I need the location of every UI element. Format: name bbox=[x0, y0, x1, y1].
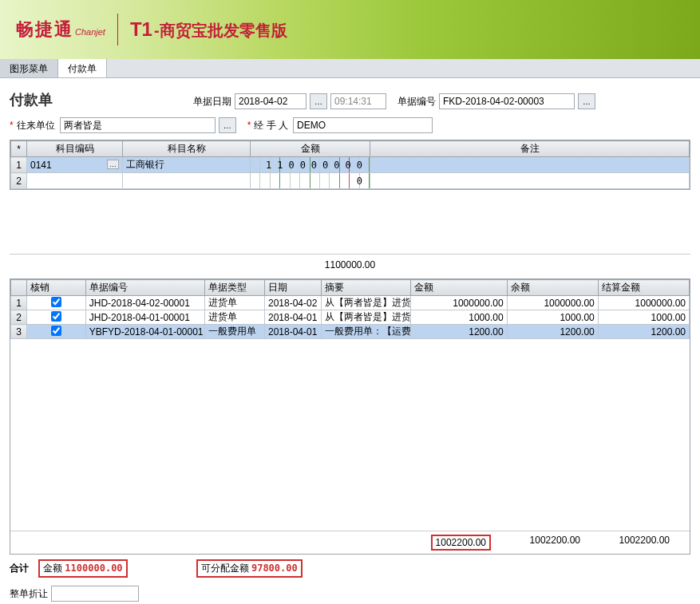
footer-settle: 1002200.00 bbox=[587, 535, 676, 551]
col-amount: 金额 bbox=[411, 280, 507, 296]
account-code-cell[interactable]: 0141 … bbox=[27, 157, 123, 173]
rownum: 2 bbox=[11, 310, 27, 325]
grid-row[interactable]: 2 0 bbox=[11, 173, 690, 189]
tab-bar: 图形菜单 付款单 bbox=[0, 59, 700, 78]
date-cell: 2018-04-02 bbox=[264, 296, 321, 310]
mid-total: 1100000.00 bbox=[10, 254, 690, 275]
doc-label: 单据编号 bbox=[397, 95, 436, 109]
doc-type-cell: 一般费用单 bbox=[204, 325, 264, 339]
amount-cell[interactable]: 110000000 bbox=[251, 157, 370, 173]
rownum: 2 bbox=[11, 173, 27, 189]
total-label: 合计 bbox=[10, 562, 29, 575]
doc-input[interactable] bbox=[439, 93, 575, 109]
writeoff-checkbox[interactable] bbox=[51, 326, 61, 336]
party-label: 往来单位 bbox=[17, 119, 55, 132]
table-row[interactable]: 1JHD-2018-04-02-00001进货单2018-04-02从【两者皆是… bbox=[11, 296, 690, 310]
account-name-cell[interactable]: 工商银行 bbox=[123, 157, 251, 173]
col-remark: 备注 bbox=[370, 141, 690, 157]
handler-input[interactable] bbox=[293, 117, 433, 133]
summary-cell: 从【两者皆是】进货 bbox=[322, 296, 411, 310]
code-lookup-button[interactable]: … bbox=[107, 160, 119, 169]
doc-type-cell: 进货单 bbox=[204, 310, 264, 325]
banner-separator bbox=[117, 14, 118, 45]
grid-row[interactable]: 1 0141 … 工商银行 110000000 bbox=[11, 157, 690, 173]
product-sub: -商贸宝批发零售版 bbox=[154, 20, 287, 41]
col-settle: 结算金额 bbox=[598, 280, 689, 296]
discount-input[interactable] bbox=[51, 586, 139, 602]
balance-cell: 1000000.00 bbox=[507, 296, 598, 310]
table-row[interactable]: 2JHD-2018-04-01-00001进货单2018-04-01从【两者皆是… bbox=[11, 310, 690, 325]
remark-cell[interactable] bbox=[370, 173, 690, 189]
app-banner: 畅捷通 Chanjet T1 -商贸宝批发零售版 bbox=[0, 0, 700, 59]
amount-cell: 1000000.00 bbox=[411, 296, 507, 310]
product-name: T1 -商贸宝批发零售版 bbox=[130, 18, 287, 41]
date-cell: 2018-04-01 bbox=[264, 325, 321, 339]
writeoff-cell[interactable] bbox=[27, 296, 85, 310]
handler-label: 经 手 人 bbox=[254, 119, 288, 132]
total-amount-box: 金额 1100000.00 bbox=[38, 559, 128, 578]
account-code-cell[interactable] bbox=[27, 173, 123, 189]
date-label: 单据日期 bbox=[193, 95, 231, 109]
allocatable-amount-box: 可分配金额 97800.00 bbox=[196, 559, 303, 578]
footer-amount-highlight: 1002200.00 bbox=[431, 535, 491, 551]
col-balance: 余额 bbox=[507, 280, 598, 296]
col-account-code: 科目编码 bbox=[27, 141, 123, 157]
col-writeoff: 核销 bbox=[27, 280, 85, 296]
writeoff-checkbox[interactable] bbox=[51, 297, 61, 307]
amount-cell: 1000.00 bbox=[411, 310, 507, 325]
balance-cell: 1000.00 bbox=[507, 310, 598, 325]
col-doc-type: 单据类型 bbox=[204, 280, 264, 296]
col-date: 日期 bbox=[264, 280, 321, 296]
logo: 畅捷通 Chanjet bbox=[16, 18, 105, 41]
logo-en: Chanjet bbox=[75, 27, 105, 37]
rownum: 1 bbox=[11, 296, 27, 310]
writeoff-cell[interactable] bbox=[27, 325, 85, 339]
col-summary: 摘要 bbox=[322, 280, 411, 296]
doc-no-cell: JHD-2018-04-02-00001 bbox=[85, 296, 204, 310]
summary-cell: 从【两者皆是】进货 bbox=[322, 310, 411, 325]
required-marker: * bbox=[10, 120, 14, 131]
date-cell: 2018-04-01 bbox=[264, 310, 321, 325]
grid-footer-totals: 1002200.00 1002200.00 1002200.00 bbox=[10, 531, 690, 554]
col-rownum bbox=[11, 280, 27, 296]
summary-cell: 一般费用单：【运费 bbox=[322, 325, 411, 339]
date-picker-button[interactable]: … bbox=[310, 93, 327, 109]
settle-cell[interactable]: 1200.00 bbox=[598, 325, 689, 339]
tab-payment[interactable]: 付款单 bbox=[58, 59, 107, 77]
settlement-grid[interactable]: 核销 单据编号 单据类型 日期 摘要 金额 余额 结算金额 1JHD-2018-… bbox=[10, 278, 690, 555]
discount-label: 整单折让 bbox=[10, 587, 48, 601]
table-row[interactable]: 3YBFYD-2018-04-01-00001一般费用单2018-04-01一般… bbox=[11, 325, 690, 339]
date-input[interactable] bbox=[235, 93, 306, 109]
required-marker: * bbox=[247, 120, 251, 131]
footer-balance: 1002200.00 bbox=[497, 535, 587, 551]
settle-cell[interactable]: 1000.00 bbox=[598, 310, 689, 325]
rownum: 1 bbox=[11, 157, 27, 173]
party-input[interactable] bbox=[60, 117, 216, 133]
doc-no-cell: YBFYD-2018-04-01-00001 bbox=[85, 325, 204, 339]
tab-graphic-menu[interactable]: 图形菜单 bbox=[0, 59, 58, 77]
doc-no-cell: JHD-2018-04-01-00001 bbox=[85, 310, 204, 325]
amount-cell: 1200.00 bbox=[411, 325, 507, 339]
account-name-cell[interactable] bbox=[123, 173, 251, 189]
col-rownum: * bbox=[11, 141, 27, 157]
logo-cn: 畅捷通 bbox=[16, 18, 73, 41]
settle-cell[interactable]: 1000000.00 bbox=[598, 296, 689, 310]
party-lookup-button[interactable]: … bbox=[219, 117, 236, 133]
doc-type-cell: 进货单 bbox=[204, 296, 264, 310]
product-t1: T1 bbox=[130, 18, 152, 41]
rownum: 3 bbox=[11, 325, 27, 339]
writeoff-cell[interactable] bbox=[27, 310, 85, 325]
col-amount: 金额 bbox=[251, 141, 370, 157]
col-doc-no: 单据编号 bbox=[85, 280, 204, 296]
col-account-name: 科目名称 bbox=[123, 141, 251, 157]
balance-cell: 1200.00 bbox=[507, 325, 598, 339]
amount-cell[interactable]: 0 bbox=[251, 173, 370, 189]
remark-cell[interactable] bbox=[370, 157, 690, 173]
doc-lookup-button[interactable]: … bbox=[578, 93, 595, 109]
accounts-grid[interactable]: * 科目编码 科目名称 金额 备注 1 0141 … 工商银行 11000000… bbox=[10, 140, 690, 190]
time-input[interactable] bbox=[330, 93, 386, 109]
writeoff-checkbox[interactable] bbox=[51, 311, 61, 322]
